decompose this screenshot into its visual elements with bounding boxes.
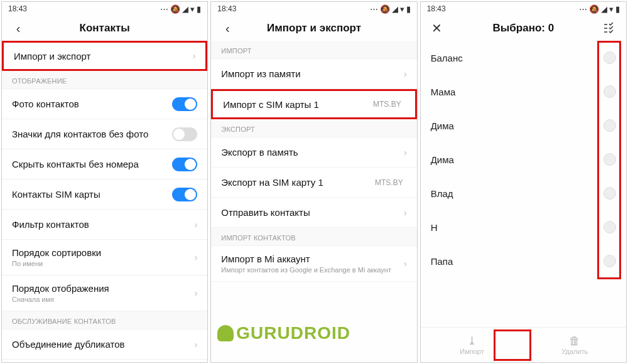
screen-import-export: 18:43 ⋯ 🔕 ◢ ▾ ▮ ‹ Импорт и экспорт ИМПОР…	[210, 1, 417, 363]
checklist-icon	[603, 21, 617, 35]
toggle-hide[interactable]	[172, 158, 197, 171]
row-label: Импорт и экспорт	[14, 51, 193, 62]
section-service: ОБСЛУЖИВАНИЕ КОНТАКТОВ	[2, 311, 207, 329]
contact-row[interactable]: Н	[421, 210, 626, 244]
row-label: Импорт в Mi аккаунт	[221, 254, 404, 264]
chevron-right-icon: ›	[195, 220, 198, 230]
page-title: Импорт и экспорт	[236, 22, 391, 35]
wifi-icon: ▾	[190, 5, 195, 13]
row-icons-nophoto[interactable]: Значки для контактов без фото	[2, 119, 207, 149]
row-label: Фото контактов	[12, 99, 172, 109]
contact-name: Мама	[431, 87, 604, 97]
row-display-order[interactable]: Порядок отображения Сначала имя ›	[2, 276, 207, 311]
header: ✕ Выбрано: 0	[421, 16, 626, 41]
section-import-contacts: ИМПОРТ КОНТАКТОВ	[211, 228, 416, 246]
chevron-right-icon: ›	[195, 288, 198, 298]
row-export-memory[interactable]: Экспорт в память ›	[211, 137, 416, 168]
selection-title: Выбрано: 0	[446, 22, 601, 35]
row-send-contacts[interactable]: Отправить контакты ›	[211, 198, 416, 228]
screen-select-contacts: 18:43 ⋯ 🔕 ◢ ▾ ▮ ✕ Выбрано: 0 Баланс Мама…	[420, 1, 627, 363]
more-icon: ⋯	[579, 5, 587, 13]
radio-unchecked[interactable]	[604, 51, 616, 64]
section-import: ИМПОРТ	[211, 41, 416, 59]
chevron-right-icon: ›	[195, 340, 198, 350]
chevron-right-icon: ›	[404, 69, 407, 79]
row-label: Порядок сортировки	[12, 247, 195, 258]
chevron-right-icon: ›	[404, 208, 407, 218]
contact-row[interactable]: Мама	[421, 75, 626, 109]
row-import-export[interactable]: Импорт и экспорт ›	[2, 41, 207, 71]
section-export: ЭКСПОРТ	[211, 119, 416, 137]
row-filter[interactable]: Фильтр контактов ›	[2, 210, 207, 240]
contact-name: Дима	[431, 154, 604, 165]
contact-name: Влад	[431, 188, 604, 199]
signal-icon: ◢	[392, 5, 398, 13]
chevron-right-icon: ›	[195, 252, 198, 262]
more-icon: ⋯	[370, 5, 378, 13]
row-label: Контакты SIM карты	[12, 189, 172, 200]
radio-unchecked[interactable]	[604, 153, 616, 166]
radio-unchecked[interactable]	[604, 255, 616, 267]
contact-name: Н	[431, 222, 604, 233]
back-button[interactable]: ‹	[219, 19, 236, 37]
row-label: Объединение дубликатов	[12, 339, 195, 350]
row-contact-photos[interactable]: Фото контактов	[2, 89, 207, 119]
contact-row[interactable]: Дима	[421, 142, 626, 176]
screen-contacts: 18:43 ⋯ 🔕 ◢ ▾ ▮ ‹ Контакты Импорт и эксп…	[1, 1, 208, 363]
header: ‹ Импорт и экспорт	[211, 16, 416, 41]
row-import-memory[interactable]: Импорт из памяти ›	[211, 59, 416, 89]
row-sort-order[interactable]: Порядок сортировки По имени ›	[2, 240, 207, 276]
trash-icon: 🗑	[569, 335, 580, 346]
import-export-list: ИМПОРТ Импорт из памяти › Импорт с SIM к…	[211, 41, 416, 362]
toggle-sim[interactable]	[172, 188, 197, 201]
signal-icon: ◢	[182, 5, 188, 13]
status-time: 18:43	[217, 4, 236, 13]
row-group-delete[interactable]: Групповое удаление ›	[2, 360, 207, 362]
radio-unchecked[interactable]	[604, 187, 616, 200]
row-import-mi[interactable]: Импорт в Mi аккаунт Импорт контактов из …	[211, 246, 416, 282]
button-label: Импорт	[460, 348, 484, 355]
toggle-icons[interactable]	[172, 127, 197, 141]
row-sublabel: Импорт контактов из Google и Exchange в …	[221, 266, 404, 274]
status-bar: 18:43 ⋯ 🔕 ◢ ▾ ▮	[211, 2, 416, 16]
wifi-icon: ▾	[400, 5, 404, 13]
row-label: Фильтр контактов	[12, 219, 195, 230]
contact-row[interactable]: Влад	[421, 176, 626, 210]
mute-icon: 🔕	[589, 5, 599, 13]
row-label: Значки для контактов без фото	[12, 129, 172, 139]
row-label: Импорт с SIM карты 1	[223, 99, 373, 110]
status-time: 18:43	[8, 4, 27, 13]
contact-list: Баланс Мама Дима Дима Влад Н Папа	[421, 41, 626, 327]
row-label: Скрыть контакты без номера	[12, 159, 172, 169]
contact-row[interactable]: Папа	[421, 244, 626, 278]
contact-row[interactable]: Баланс	[421, 41, 626, 75]
import-button[interactable]: ⤓ Импорт	[421, 328, 524, 362]
close-button[interactable]: ✕	[428, 19, 446, 37]
delete-button[interactable]: 🗑 Удалить	[523, 328, 626, 362]
radio-unchecked[interactable]	[604, 119, 616, 132]
row-label: Экспорт на SIM карту 1	[221, 177, 375, 188]
page-title: Контакты	[27, 22, 182, 35]
row-label: Импорт из памяти	[221, 68, 404, 79]
row-sim-contacts[interactable]: Контакты SIM карты	[2, 179, 207, 210]
contact-name: Дима	[431, 120, 604, 131]
row-import-sim1[interactable]: Импорт с SIM карты 1 MTS.BY	[211, 89, 416, 119]
status-icons: ⋯ 🔕 ◢ ▾ ▮	[579, 5, 620, 13]
mute-icon: 🔕	[380, 5, 390, 13]
radio-unchecked[interactable]	[604, 85, 616, 98]
row-label: Отправить контакты	[221, 207, 404, 218]
contact-row[interactable]: Дима	[421, 109, 626, 142]
row-label: Порядок отображения	[12, 283, 195, 294]
back-button[interactable]: ‹	[9, 19, 27, 37]
status-icons: ⋯ 🔕 ◢ ▾ ▮	[370, 5, 411, 13]
row-export-sim1[interactable]: Экспорт на SIM карту 1 MTS.BY	[211, 168, 416, 198]
radio-unchecked[interactable]	[604, 221, 616, 233]
row-hide-nonumber[interactable]: Скрыть контакты без номера	[2, 149, 207, 179]
header: ‹ Контакты	[2, 16, 207, 41]
button-label: Удалить	[561, 348, 588, 355]
select-all-button[interactable]	[601, 19, 619, 37]
row-sublabel: Сначала имя	[12, 296, 195, 303]
status-bar: 18:43 ⋯ 🔕 ◢ ▾ ▮	[421, 2, 626, 16]
row-merge-dupes[interactable]: Объединение дубликатов ›	[2, 329, 207, 360]
toggle-photos[interactable]	[172, 97, 197, 111]
